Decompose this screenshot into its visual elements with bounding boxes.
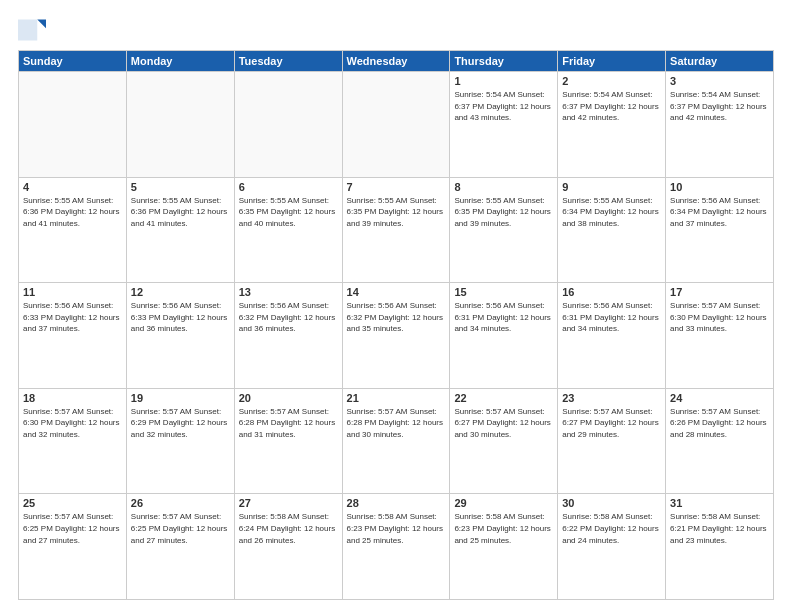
calendar-cell: 20Sunrise: 5:57 AM Sunset: 6:28 PM Dayli… bbox=[234, 388, 342, 494]
day-info: Sunrise: 5:58 AM Sunset: 6:23 PM Dayligh… bbox=[454, 511, 553, 546]
day-info: Sunrise: 5:54 AM Sunset: 6:37 PM Dayligh… bbox=[670, 89, 769, 124]
calendar-week-1: 1Sunrise: 5:54 AM Sunset: 6:37 PM Daylig… bbox=[19, 72, 774, 178]
day-info: Sunrise: 5:57 AM Sunset: 6:28 PM Dayligh… bbox=[347, 406, 446, 441]
day-info: Sunrise: 5:56 AM Sunset: 6:34 PM Dayligh… bbox=[670, 195, 769, 230]
day-info: Sunrise: 5:57 AM Sunset: 6:26 PM Dayligh… bbox=[670, 406, 769, 441]
day-info: Sunrise: 5:57 AM Sunset: 6:30 PM Dayligh… bbox=[670, 300, 769, 335]
calendar-cell: 28Sunrise: 5:58 AM Sunset: 6:23 PM Dayli… bbox=[342, 494, 450, 600]
header-area bbox=[18, 16, 774, 44]
day-number: 6 bbox=[239, 181, 338, 193]
logo-icon bbox=[18, 16, 46, 44]
day-number: 15 bbox=[454, 286, 553, 298]
day-info: Sunrise: 5:57 AM Sunset: 6:25 PM Dayligh… bbox=[23, 511, 122, 546]
calendar-cell: 24Sunrise: 5:57 AM Sunset: 6:26 PM Dayli… bbox=[666, 388, 774, 494]
svg-marker-0 bbox=[37, 20, 46, 29]
calendar-cell: 30Sunrise: 5:58 AM Sunset: 6:22 PM Dayli… bbox=[558, 494, 666, 600]
day-info: Sunrise: 5:54 AM Sunset: 6:37 PM Dayligh… bbox=[562, 89, 661, 124]
day-info: Sunrise: 5:55 AM Sunset: 6:34 PM Dayligh… bbox=[562, 195, 661, 230]
calendar-cell: 1Sunrise: 5:54 AM Sunset: 6:37 PM Daylig… bbox=[450, 72, 558, 178]
calendar-cell: 27Sunrise: 5:58 AM Sunset: 6:24 PM Dayli… bbox=[234, 494, 342, 600]
calendar-cell: 2Sunrise: 5:54 AM Sunset: 6:37 PM Daylig… bbox=[558, 72, 666, 178]
calendar-cell: 15Sunrise: 5:56 AM Sunset: 6:31 PM Dayli… bbox=[450, 283, 558, 389]
day-info: Sunrise: 5:55 AM Sunset: 6:36 PM Dayligh… bbox=[131, 195, 230, 230]
day-info: Sunrise: 5:56 AM Sunset: 6:32 PM Dayligh… bbox=[239, 300, 338, 335]
calendar-cell: 16Sunrise: 5:56 AM Sunset: 6:31 PM Dayli… bbox=[558, 283, 666, 389]
calendar-week-2: 4Sunrise: 5:55 AM Sunset: 6:36 PM Daylig… bbox=[19, 177, 774, 283]
day-number: 22 bbox=[454, 392, 553, 404]
calendar-cell: 9Sunrise: 5:55 AM Sunset: 6:34 PM Daylig… bbox=[558, 177, 666, 283]
calendar-cell bbox=[19, 72, 127, 178]
day-number: 19 bbox=[131, 392, 230, 404]
logo bbox=[18, 16, 50, 44]
day-info: Sunrise: 5:56 AM Sunset: 6:31 PM Dayligh… bbox=[562, 300, 661, 335]
calendar-cell: 4Sunrise: 5:55 AM Sunset: 6:36 PM Daylig… bbox=[19, 177, 127, 283]
day-info: Sunrise: 5:58 AM Sunset: 6:21 PM Dayligh… bbox=[670, 511, 769, 546]
day-number: 2 bbox=[562, 75, 661, 87]
weekday-header-tuesday: Tuesday bbox=[234, 51, 342, 72]
calendar-cell: 29Sunrise: 5:58 AM Sunset: 6:23 PM Dayli… bbox=[450, 494, 558, 600]
calendar-cell: 17Sunrise: 5:57 AM Sunset: 6:30 PM Dayli… bbox=[666, 283, 774, 389]
calendar-cell bbox=[342, 72, 450, 178]
page: SundayMondayTuesdayWednesdayThursdayFrid… bbox=[0, 0, 792, 612]
day-info: Sunrise: 5:57 AM Sunset: 6:27 PM Dayligh… bbox=[562, 406, 661, 441]
day-info: Sunrise: 5:58 AM Sunset: 6:23 PM Dayligh… bbox=[347, 511, 446, 546]
header-row: SundayMondayTuesdayWednesdayThursdayFrid… bbox=[19, 51, 774, 72]
calendar-cell: 14Sunrise: 5:56 AM Sunset: 6:32 PM Dayli… bbox=[342, 283, 450, 389]
day-number: 30 bbox=[562, 497, 661, 509]
calendar-week-3: 11Sunrise: 5:56 AM Sunset: 6:33 PM Dayli… bbox=[19, 283, 774, 389]
day-info: Sunrise: 5:56 AM Sunset: 6:31 PM Dayligh… bbox=[454, 300, 553, 335]
day-number: 1 bbox=[454, 75, 553, 87]
day-number: 17 bbox=[670, 286, 769, 298]
day-number: 27 bbox=[239, 497, 338, 509]
day-number: 7 bbox=[347, 181, 446, 193]
day-number: 5 bbox=[131, 181, 230, 193]
day-info: Sunrise: 5:56 AM Sunset: 6:32 PM Dayligh… bbox=[347, 300, 446, 335]
calendar-header: SundayMondayTuesdayWednesdayThursdayFrid… bbox=[19, 51, 774, 72]
calendar-cell: 31Sunrise: 5:58 AM Sunset: 6:21 PM Dayli… bbox=[666, 494, 774, 600]
day-number: 3 bbox=[670, 75, 769, 87]
day-info: Sunrise: 5:54 AM Sunset: 6:37 PM Dayligh… bbox=[454, 89, 553, 124]
calendar-cell: 3Sunrise: 5:54 AM Sunset: 6:37 PM Daylig… bbox=[666, 72, 774, 178]
day-info: Sunrise: 5:57 AM Sunset: 6:27 PM Dayligh… bbox=[454, 406, 553, 441]
day-info: Sunrise: 5:57 AM Sunset: 6:30 PM Dayligh… bbox=[23, 406, 122, 441]
day-info: Sunrise: 5:58 AM Sunset: 6:24 PM Dayligh… bbox=[239, 511, 338, 546]
calendar-cell: 22Sunrise: 5:57 AM Sunset: 6:27 PM Dayli… bbox=[450, 388, 558, 494]
calendar-body: 1Sunrise: 5:54 AM Sunset: 6:37 PM Daylig… bbox=[19, 72, 774, 600]
weekday-header-saturday: Saturday bbox=[666, 51, 774, 72]
day-number: 10 bbox=[670, 181, 769, 193]
day-info: Sunrise: 5:56 AM Sunset: 6:33 PM Dayligh… bbox=[23, 300, 122, 335]
calendar-cell: 23Sunrise: 5:57 AM Sunset: 6:27 PM Dayli… bbox=[558, 388, 666, 494]
day-number: 20 bbox=[239, 392, 338, 404]
day-info: Sunrise: 5:58 AM Sunset: 6:22 PM Dayligh… bbox=[562, 511, 661, 546]
day-number: 16 bbox=[562, 286, 661, 298]
day-number: 28 bbox=[347, 497, 446, 509]
day-number: 26 bbox=[131, 497, 230, 509]
calendar-cell: 21Sunrise: 5:57 AM Sunset: 6:28 PM Dayli… bbox=[342, 388, 450, 494]
day-info: Sunrise: 5:57 AM Sunset: 6:29 PM Dayligh… bbox=[131, 406, 230, 441]
calendar-cell: 12Sunrise: 5:56 AM Sunset: 6:33 PM Dayli… bbox=[126, 283, 234, 389]
day-number: 11 bbox=[23, 286, 122, 298]
day-number: 4 bbox=[23, 181, 122, 193]
weekday-header-thursday: Thursday bbox=[450, 51, 558, 72]
day-info: Sunrise: 5:55 AM Sunset: 6:35 PM Dayligh… bbox=[239, 195, 338, 230]
calendar-cell: 6Sunrise: 5:55 AM Sunset: 6:35 PM Daylig… bbox=[234, 177, 342, 283]
calendar-week-4: 18Sunrise: 5:57 AM Sunset: 6:30 PM Dayli… bbox=[19, 388, 774, 494]
day-info: Sunrise: 5:56 AM Sunset: 6:33 PM Dayligh… bbox=[131, 300, 230, 335]
calendar-cell: 26Sunrise: 5:57 AM Sunset: 6:25 PM Dayli… bbox=[126, 494, 234, 600]
day-number: 13 bbox=[239, 286, 338, 298]
day-info: Sunrise: 5:57 AM Sunset: 6:25 PM Dayligh… bbox=[131, 511, 230, 546]
calendar-cell: 10Sunrise: 5:56 AM Sunset: 6:34 PM Dayli… bbox=[666, 177, 774, 283]
calendar-cell: 11Sunrise: 5:56 AM Sunset: 6:33 PM Dayli… bbox=[19, 283, 127, 389]
calendar-cell bbox=[126, 72, 234, 178]
calendar-cell: 7Sunrise: 5:55 AM Sunset: 6:35 PM Daylig… bbox=[342, 177, 450, 283]
calendar-cell: 18Sunrise: 5:57 AM Sunset: 6:30 PM Dayli… bbox=[19, 388, 127, 494]
day-number: 29 bbox=[454, 497, 553, 509]
weekday-header-friday: Friday bbox=[558, 51, 666, 72]
day-number: 18 bbox=[23, 392, 122, 404]
weekday-header-monday: Monday bbox=[126, 51, 234, 72]
calendar-cell: 25Sunrise: 5:57 AM Sunset: 6:25 PM Dayli… bbox=[19, 494, 127, 600]
day-number: 21 bbox=[347, 392, 446, 404]
calendar-cell: 13Sunrise: 5:56 AM Sunset: 6:32 PM Dayli… bbox=[234, 283, 342, 389]
weekday-header-wednesday: Wednesday bbox=[342, 51, 450, 72]
day-number: 12 bbox=[131, 286, 230, 298]
